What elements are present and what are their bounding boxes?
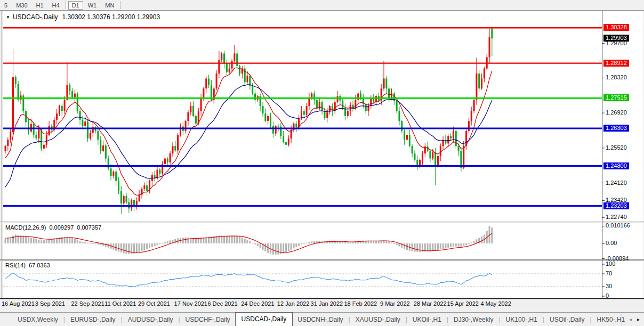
- timeframe-button-M30[interactable]: M30: [12, 1, 31, 10]
- date-label: 22 Sep 2021: [71, 300, 104, 307]
- price-tick-label: 1.26920: [606, 109, 627, 116]
- tab-separator: |: [349, 316, 350, 323]
- date-label: 9 Mar 2022: [380, 300, 410, 307]
- tab-eurusd-daily[interactable]: EURUSD-,Daily: [66, 314, 120, 325]
- rsi-indicator-label: RSI(14)67.0363: [5, 262, 53, 268]
- rsi-tick-label: 70: [606, 270, 612, 276]
- price-badge-1.24800: 1.24800: [603, 162, 629, 169]
- tab-scroll-right-icon[interactable]: ▸: [637, 316, 640, 322]
- tab-separator: |: [121, 316, 123, 323]
- timeframe-button-H4[interactable]: H4: [49, 1, 63, 10]
- rsi-tick-label: 0: [606, 292, 609, 299]
- chart-ohlc-values: 1.30302 1.30376 1.29200 1.29903: [62, 13, 160, 21]
- tab-scroll-left-icon[interactable]: ◂: [629, 316, 632, 322]
- rsi-tick-label: 30: [606, 283, 612, 289]
- date-label: 28 Mar 2022: [414, 300, 447, 307]
- date-label: 11 Oct 2021: [104, 300, 136, 307]
- rsi-name: RSI(14): [5, 262, 26, 268]
- timeframe-button-5[interactable]: 5: [1, 1, 11, 10]
- date-label: 31 Jan 2022: [311, 300, 343, 307]
- date-label: 15 Apr 2022: [447, 300, 479, 307]
- price-badge-1.28912: 1.28912: [603, 60, 629, 67]
- rsi-tick-label: 100: [606, 260, 615, 267]
- date-label: 16 Aug 2021: [2, 300, 35, 307]
- date-label: 4 May 2022: [480, 300, 511, 307]
- tab-dj30-weekly[interactable]: DJ30-,Weekly: [449, 314, 498, 325]
- timeframe-button-D1[interactable]: D1: [68, 1, 83, 10]
- tab-usdx-weekly[interactable]: USDX,Weekly: [13, 314, 63, 325]
- tab-separator: |: [406, 316, 407, 323]
- tab-separator: |: [590, 316, 591, 323]
- date-label: 29 Oct 2021: [138, 300, 170, 307]
- price-tick-label: 1.24120: [606, 180, 627, 186]
- toolbar-separator: [120, 1, 120, 9]
- current-price-badge: 1.29903: [603, 35, 629, 42]
- tab-separator: |: [543, 316, 544, 323]
- price-tick-label: 1.28320: [606, 74, 627, 80]
- macd-tick-label: 0.010166: [606, 222, 630, 229]
- date-label: 6 Dec 2021: [207, 300, 237, 307]
- price-chart-canvas[interactable]: [0, 0, 644, 326]
- toolbar-separator: [66, 1, 66, 9]
- macd-main-value: 0.009297: [49, 224, 74, 231]
- tab-audusd-daily[interactable]: AUDUSD-,Daily: [123, 314, 178, 325]
- tab-separator: |: [178, 316, 180, 323]
- tab-separator: |: [498, 316, 500, 323]
- tab-usoil-daily[interactable]: USOil-,Daily: [545, 314, 589, 325]
- timeframe-toolbar: 5M30H1H4D1W1MN: [0, 0, 644, 10]
- chart-tabs: USDX,Weekly|EURUSD-,Daily|AUDUSD-,Daily|…: [0, 313, 630, 326]
- timeframe-button-MN[interactable]: MN: [101, 1, 118, 10]
- macd-tick-label: 0.00: [606, 240, 617, 246]
- tab-xauusd-daily[interactable]: XAUUSD-,Daily: [351, 314, 405, 325]
- date-label: 17 Nov 2021: [174, 300, 207, 307]
- price-badge-1.23203: 1.23203: [603, 202, 629, 209]
- date-label: 18 Feb 2022: [344, 300, 377, 307]
- macd-signal-value: 0.007357: [77, 224, 101, 231]
- tab-usdcad-daily[interactable]: USDCAD-,Daily: [235, 312, 293, 326]
- tab-usdcnh-daily[interactable]: USDCNH-,Daily: [293, 314, 348, 325]
- chart-tabs-bar: USDX,Weekly|EURUSD-,Daily|AUDUSD-,Daily|…: [0, 312, 644, 326]
- price-badge-1.27515: 1.27515: [603, 94, 629, 101]
- mt4-window: 5M30H1H4D1W1MN ▼USDCAD-,Daily1.30302 1.3…: [0, 0, 644, 326]
- tab-separator: |: [63, 316, 65, 323]
- date-label: 12 Jan 2022: [277, 300, 310, 307]
- chart-title: ▼USDCAD-,Daily1.30302 1.30376 1.29200 1.…: [6, 13, 160, 21]
- dropdown-arrow-icon[interactable]: ▼: [6, 15, 10, 20]
- price-badge-1.26303: 1.26303: [603, 125, 629, 132]
- timeframe-button-W1[interactable]: W1: [84, 1, 101, 10]
- tab-usdchf-daily[interactable]: USDCHF-,Daily: [181, 314, 235, 325]
- date-label: 3 Sep 2021: [35, 300, 65, 307]
- tab-separator: |: [447, 316, 448, 323]
- macd-indicator-label: MACD(12,26,9)0.0092970.007357: [5, 224, 104, 231]
- price-tick-label: 1.25520: [606, 144, 627, 151]
- date-label: 24 Dec 2021: [241, 300, 274, 307]
- tab-scroll-arrows: ◂ ▸: [622, 313, 642, 326]
- macd-name: MACD(12,26,9): [5, 224, 46, 231]
- rsi-value: 67.0363: [29, 262, 50, 268]
- price-badge-1.30328: 1.30328: [603, 24, 629, 31]
- tab-ukoil-h1[interactable]: UKOil-,H1: [408, 314, 446, 325]
- chart-symbol-label: USDCAD-,Daily: [13, 13, 58, 21]
- timeframe-button-H1[interactable]: H1: [33, 1, 47, 10]
- price-tick-label: 1.22740: [606, 214, 627, 220]
- tab-uk100-h1[interactable]: UK100-,H1: [501, 314, 542, 325]
